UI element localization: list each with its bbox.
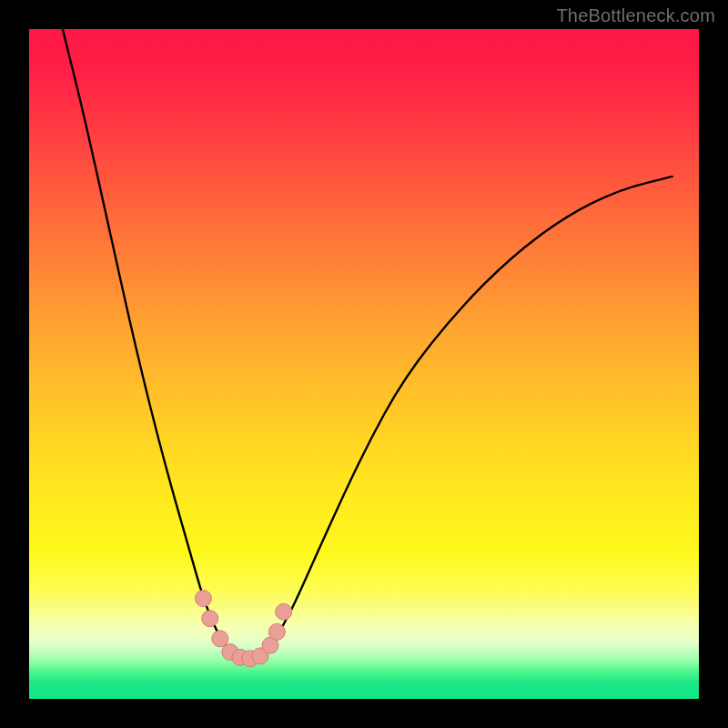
plot-area: [29, 29, 699, 699]
chart-frame: TheBottleneck.com: [0, 0, 728, 728]
curve-marker: [268, 623, 285, 640]
curve-marker: [195, 591, 211, 607]
curve-layer: [29, 29, 699, 699]
bottleneck-curve: [63, 29, 672, 658]
curve-marker: [212, 631, 228, 647]
marker-group: [195, 591, 291, 667]
watermark-text: TheBottleneck.com: [556, 5, 715, 26]
curve-marker: [276, 603, 292, 620]
curve-marker: [202, 611, 218, 627]
